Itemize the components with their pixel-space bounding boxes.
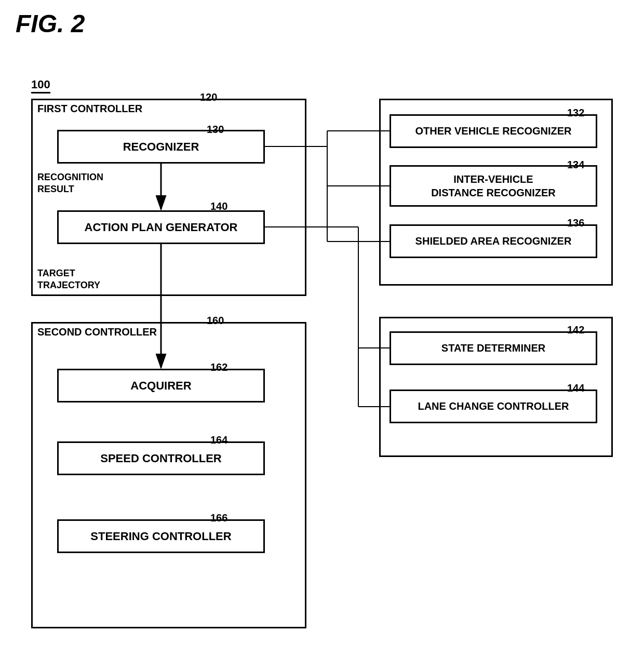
figure-title: FIG. 2 xyxy=(16,9,85,38)
shielded-area-recognizer-box: SHIELDED AREA RECOGNIZER xyxy=(390,224,597,258)
state-determiner-label: STATE DETERMINER xyxy=(441,342,545,354)
recognizer-label: RECOGNIZER xyxy=(123,140,199,154)
first-controller-box xyxy=(31,99,306,296)
target-trajectory-text: TARGET TRAJECTORY xyxy=(37,267,100,292)
second-controller-box xyxy=(31,322,306,628)
other-vehicle-recognizer-label: OTHER VEHICLE RECOGNIZER xyxy=(415,125,571,137)
state-determiner-box: STATE DETERMINER xyxy=(390,331,597,365)
steering-controller-box: STEERING CONTROLLER xyxy=(57,519,265,553)
acquirer-box: ACQUIRER xyxy=(57,369,265,402)
recognition-result-text: RECOGNITION RESULT xyxy=(37,171,103,196)
shielded-area-recognizer-label: SHIELDED AREA RECOGNIZER xyxy=(415,235,572,247)
inter-vehicle-distance-recognizer-label: INTER-VEHICLE DISTANCE RECOGNIZER xyxy=(431,172,556,199)
second-controller-label: SECOND CONTROLLER xyxy=(37,326,157,338)
speed-controller-box: SPEED CONTROLLER xyxy=(57,441,265,475)
speed-controller-label: SPEED CONTROLLER xyxy=(100,452,221,465)
diagram-container: 100 120 FIRST CONTROLLER 130 RECOGNIZER … xyxy=(16,47,628,649)
lane-change-controller-label: LANE CHANGE CONTROLLER xyxy=(418,400,569,412)
first-controller-label: FIRST CONTROLLER xyxy=(37,103,142,115)
other-vehicle-recognizer-box: OTHER VEHICLE RECOGNIZER xyxy=(390,114,597,148)
inter-vehicle-distance-recognizer-box: INTER-VEHICLE DISTANCE RECOGNIZER xyxy=(390,165,597,207)
recognizer-box: RECOGNIZER xyxy=(57,130,265,164)
lane-change-controller-box: LANE CHANGE CONTROLLER xyxy=(390,390,597,423)
action-plan-generator-box: ACTION PLAN GENERATOR xyxy=(57,210,265,244)
action-plan-generator-label: ACTION PLAN GENERATOR xyxy=(85,221,238,234)
acquirer-label: ACQUIRER xyxy=(130,379,191,393)
label-100: 100 xyxy=(31,78,50,91)
steering-controller-label: STEERING CONTROLLER xyxy=(90,530,231,543)
